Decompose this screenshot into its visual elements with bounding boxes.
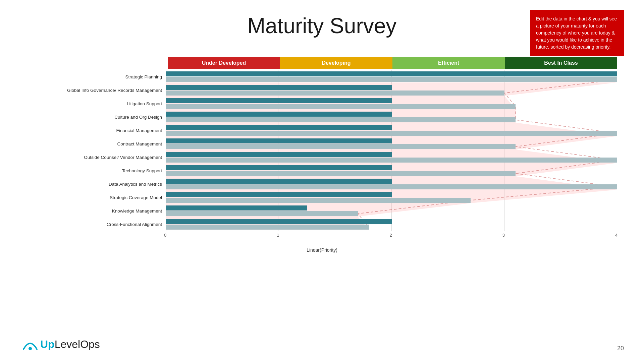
row-label-1: Global Info Governance/ Records Manageme… <box>27 88 166 93</box>
row-label-11: Cross-Functional Alignment <box>27 222 166 227</box>
header-header-developing: Developing <box>280 57 392 69</box>
row-label-2: Litigation Support <box>27 101 166 106</box>
bars-wrap-7 <box>166 164 617 177</box>
bars-wrap-8 <box>166 178 617 190</box>
svg-point-0 <box>29 347 32 350</box>
row-label-9: Strategic Coverage Model <box>27 195 166 200</box>
logo-up: Up <box>40 338 55 351</box>
current-bar-0 <box>166 71 617 76</box>
header-header-bestinclass: Best In Class <box>505 57 617 69</box>
current-bar-1 <box>166 85 392 90</box>
row-label-4: Financial Management <box>27 128 166 133</box>
current-bar-3 <box>166 112 392 117</box>
current-bar-7 <box>166 165 392 170</box>
bars-wrap-2 <box>166 97 617 110</box>
row-label-6: Outside Counsel/ Vendor Management <box>27 155 166 160</box>
bars-wrap-10 <box>166 204 617 217</box>
row-label-7: Technology Support <box>27 168 166 173</box>
bars-wrap-6 <box>166 151 617 164</box>
current-bar-8 <box>166 179 392 184</box>
axis-label-1: 1 <box>277 233 279 238</box>
bars-wrap-1 <box>166 84 617 97</box>
bars-wrap-4 <box>166 124 617 137</box>
future-bar-4 <box>166 131 617 136</box>
current-bar-9 <box>166 192 392 197</box>
axis-title: Linear(Priority) <box>27 247 617 253</box>
future-bar-0 <box>166 77 617 82</box>
future-bar-3 <box>166 117 516 122</box>
page-number: 20 <box>617 345 624 352</box>
chart-row-5: Contract Management <box>27 137 617 150</box>
chart-row-10: Knowledge Management <box>27 204 617 217</box>
future-bar-5 <box>166 144 516 149</box>
row-label-0: Strategic Planning <box>27 74 166 79</box>
header-header-under: Under Developed <box>168 57 280 69</box>
info-box: Edit the data in the chart & you will se… <box>530 10 624 56</box>
header-header-efficient: Efficient <box>392 57 505 69</box>
bars-wrap-9 <box>166 191 617 204</box>
future-bar-1 <box>166 90 504 96</box>
chart-header-row: Under DevelopedDevelopingEfficientBest I… <box>168 57 617 69</box>
current-bar-4 <box>166 125 392 130</box>
bars-wrap-5 <box>166 137 617 150</box>
future-bar-10 <box>166 211 358 216</box>
footer-logo: UpLevel Ops <box>20 336 100 353</box>
current-bar-6 <box>166 152 392 157</box>
chart-row-4: Financial Management <box>27 124 617 137</box>
row-label-10: Knowledge Management <box>27 208 166 214</box>
logo-level: Level <box>55 338 80 351</box>
axis-label-2: 2 <box>390 233 392 238</box>
chart-row-6: Outside Counsel/ Vendor Management <box>27 151 617 164</box>
chart-row-2: Litigation Support <box>27 97 617 110</box>
row-label-5: Contract Management <box>27 141 166 146</box>
current-bar-2 <box>166 98 392 103</box>
chart-row-7: Technology Support <box>27 164 617 177</box>
future-bar-2 <box>166 104 516 109</box>
current-bar-10 <box>166 205 307 210</box>
chart-row-0: Strategic Planning <box>27 70 617 83</box>
chart-row-8: Data Analytics and Metrics <box>27 178 617 190</box>
bars-wrap-0 <box>166 70 617 83</box>
row-label-3: Culture and Org Design <box>27 115 166 120</box>
chart-row-3: Culture and Org Design <box>27 111 617 123</box>
future-bar-7 <box>166 171 516 176</box>
bars-wrap-11 <box>166 218 617 231</box>
axis-label-0: 0 <box>164 233 166 238</box>
future-bar-8 <box>166 184 617 189</box>
chart-row-1: Global Info Governance/ Records Manageme… <box>27 84 617 97</box>
chart-row-11: Cross-Functional Alignment <box>27 218 617 231</box>
bars-wrap-3 <box>166 111 617 123</box>
future-bar-11 <box>166 225 369 230</box>
future-bar-6 <box>166 158 617 163</box>
chart-body: Strategic PlanningGlobal Info Governance… <box>27 70 617 231</box>
axis-bottom: 01234 <box>166 233 617 241</box>
row-label-8: Data Analytics and Metrics <box>27 182 166 187</box>
current-bar-11 <box>166 219 392 224</box>
axis-label-3: 3 <box>502 233 505 238</box>
chart-area: Under DevelopedDevelopingEfficientBest I… <box>27 57 617 322</box>
chart-row-9: Strategic Coverage Model <box>27 191 617 204</box>
future-bar-9 <box>166 198 471 203</box>
logo-icon <box>20 336 40 353</box>
axis-label-4: 4 <box>615 233 618 238</box>
current-bar-5 <box>166 138 392 143</box>
logo-ops: Ops <box>80 338 100 351</box>
